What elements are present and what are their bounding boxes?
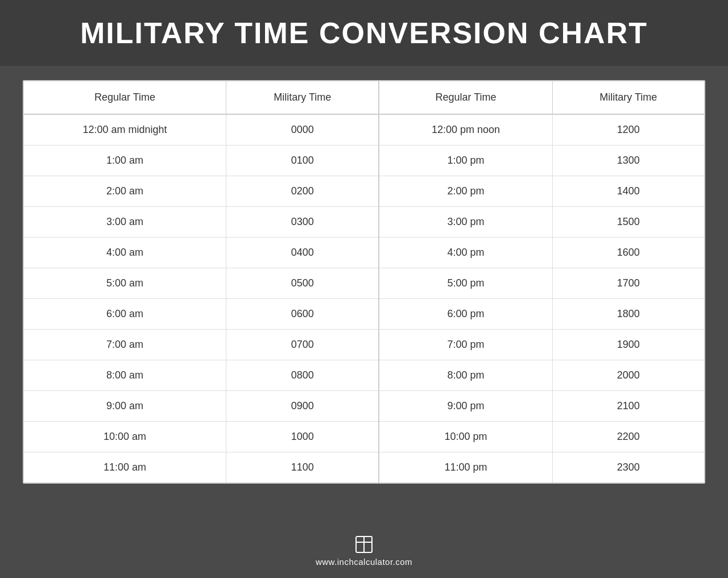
table-cell: 8:00 pm <box>379 360 552 391</box>
footer-url: www.inchcalculator.com <box>316 557 412 567</box>
table-cell: 2300 <box>552 452 704 483</box>
table-cell: 1000 <box>226 422 379 452</box>
table-row: 8:00 am08008:00 pm2000 <box>24 360 704 391</box>
table-row: 11:00 am110011:00 pm2300 <box>24 452 704 483</box>
table-cell: 7:00 am <box>24 330 226 360</box>
table-cell: 1500 <box>552 207 704 238</box>
col-header-military-time-1: Military Time <box>226 81 379 114</box>
table-cell: 1200 <box>552 114 704 145</box>
col-header-military-time-2: Military Time <box>552 81 704 114</box>
table-cell: 4:00 pm <box>379 238 552 268</box>
conversion-table: Regular Time Military Time Regular Time … <box>24 81 704 483</box>
table-cell: 0500 <box>226 268 379 299</box>
table-cell: 2:00 am <box>24 176 226 207</box>
table-cell: 0100 <box>226 145 379 176</box>
table-cell: 11:00 pm <box>379 452 552 483</box>
table-row: 9:00 am09009:00 pm2100 <box>24 391 704 422</box>
table-row: 7:00 am07007:00 pm1900 <box>24 330 704 360</box>
table-row: 2:00 am02002:00 pm1400 <box>24 176 704 207</box>
table-cell: 12:00 pm noon <box>379 114 552 145</box>
conversion-table-container: Regular Time Military Time Regular Time … <box>23 80 705 484</box>
table-cell: 0300 <box>226 207 379 238</box>
table-cell: 2000 <box>552 360 704 391</box>
table-cell: 8:00 am <box>24 360 226 391</box>
table-cell: 1:00 am <box>24 145 226 176</box>
table-cell: 5:00 am <box>24 268 226 299</box>
table-cell: 0800 <box>226 360 379 391</box>
table-cell: 2100 <box>552 391 704 422</box>
table-row: 5:00 am05005:00 pm1700 <box>24 268 704 299</box>
col-header-regular-time-1: Regular Time <box>24 81 226 114</box>
table-cell: 1100 <box>226 452 379 483</box>
table-header-row: Regular Time Military Time Regular Time … <box>24 81 704 114</box>
table-cell: 1800 <box>552 299 704 330</box>
table-cell: 5:00 pm <box>379 268 552 299</box>
page-title: MILITARY TIME CONVERSION CHART <box>23 16 705 50</box>
table-cell: 4:00 am <box>24 238 226 268</box>
table-cell: 12:00 am midnight <box>24 114 226 145</box>
table-cell: 9:00 am <box>24 391 226 422</box>
table-row: 10:00 am100010:00 pm2200 <box>24 422 704 452</box>
table-cell: 10:00 am <box>24 422 226 452</box>
page-header: MILITARY TIME CONVERSION CHART <box>0 0 728 66</box>
table-cell: 1700 <box>552 268 704 299</box>
table-cell: 3:00 am <box>24 207 226 238</box>
table-row: 6:00 am06006:00 pm1800 <box>24 299 704 330</box>
table-cell: 0600 <box>226 299 379 330</box>
table-cell: 1:00 pm <box>379 145 552 176</box>
table-cell: 0700 <box>226 330 379 360</box>
table-cell: 1300 <box>552 145 704 176</box>
table-cell: 6:00 am <box>24 299 226 330</box>
table-cell: 7:00 pm <box>379 330 552 360</box>
table-cell: 2:00 pm <box>379 176 552 207</box>
table-cell: 11:00 am <box>24 452 226 483</box>
calculator-icon <box>355 535 373 554</box>
table-cell: 1600 <box>552 238 704 268</box>
table-cell: 6:00 pm <box>379 299 552 330</box>
table-row: 4:00 am04004:00 pm1600 <box>24 238 704 268</box>
table-cell: 0900 <box>226 391 379 422</box>
col-header-regular-time-2: Regular Time <box>379 81 552 114</box>
table-cell: 0200 <box>226 176 379 207</box>
footer: www.inchcalculator.com <box>316 530 412 578</box>
table-cell: 3:00 pm <box>379 207 552 238</box>
table-cell: 2200 <box>552 422 704 452</box>
table-cell: 1900 <box>552 330 704 360</box>
table-row: 3:00 am03003:00 pm1500 <box>24 207 704 238</box>
table-cell: 1400 <box>552 176 704 207</box>
table-row: 1:00 am01001:00 pm1300 <box>24 145 704 176</box>
table-cell: 0400 <box>226 238 379 268</box>
table-cell: 10:00 pm <box>379 422 552 452</box>
table-row: 12:00 am midnight000012:00 pm noon1200 <box>24 114 704 145</box>
table-cell: 0000 <box>226 114 379 145</box>
table-cell: 9:00 pm <box>379 391 552 422</box>
